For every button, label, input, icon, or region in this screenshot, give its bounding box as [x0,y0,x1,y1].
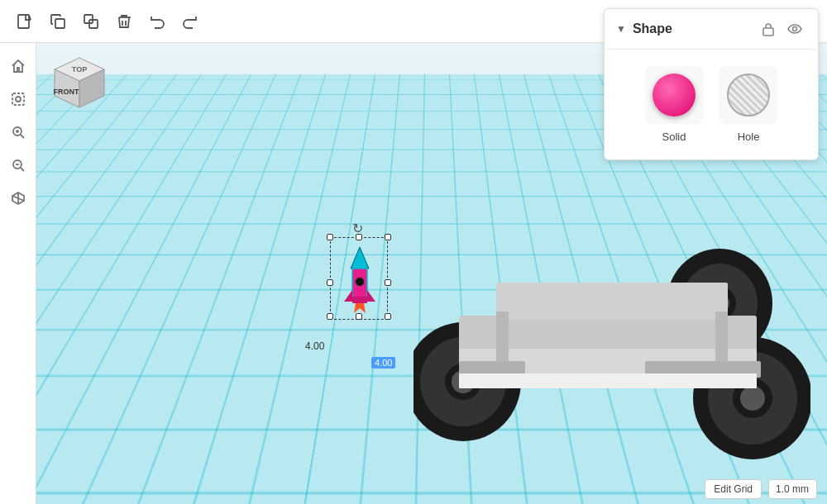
copy-button[interactable] [43,7,73,36]
panel-eye-button[interactable] [783,17,806,40]
svg-point-25 [16,97,21,102]
svg-rect-56 [496,283,728,320]
svg-point-68 [793,27,797,31]
new-button[interactable] [10,7,40,36]
svg-rect-67 [763,28,773,36]
handle-ml[interactable] [327,279,333,286]
3d-view-button[interactable] [5,185,31,212]
svg-rect-57 [496,311,509,361]
undo-button[interactable] [142,7,172,36]
svg-rect-4 [89,20,98,28]
dimension-label-bottom: 4.00 [371,357,395,368]
hole-icon-container [719,66,777,124]
svg-rect-3 [84,15,93,23]
panel-lock-button[interactable] [757,17,780,40]
svg-marker-60 [351,247,369,269]
handle-tr[interactable] [385,234,391,240]
svg-rect-2 [55,19,65,28]
solid-option[interactable]: Solid [645,66,703,143]
bottom-bar: Edit Grid 0.1 mm 0.5 mm 1.0 mm 2.0 mm 5.… [695,474,827,504]
snap-grid-select[interactable]: 0.1 mm 0.5 mm 1.0 mm 2.0 mm 5.0 mm [768,479,817,499]
handle-br[interactable] [385,313,391,320]
handle-tl[interactable] [327,234,333,240]
handle-bl[interactable] [327,313,333,320]
view-cube[interactable]: TOP FRONT [45,51,119,126]
svg-line-32 [21,168,24,171]
hole-circle [727,74,770,116]
shape-panel-header: ▼ Shape [605,9,818,50]
zoom-in-button[interactable] [5,119,31,145]
rocket-object[interactable]: ↻ [342,245,442,394]
svg-marker-63 [344,290,352,302]
shape-panel: ▼ Shape Solid Hole [604,8,819,160]
panel-title: Shape [633,21,753,36]
car-assembly [414,150,810,464]
svg-text:TOP: TOP [72,65,87,74]
handle-mr[interactable] [385,279,391,286]
toolbar-left-group [10,7,205,36]
hole-label: Hole [738,131,760,143]
svg-rect-0 [18,15,29,28]
delete-button[interactable] [109,7,139,36]
solid-icon-container [645,66,703,124]
left-sidebar [0,43,36,504]
home-button[interactable] [5,53,31,79]
edit-grid-button[interactable]: Edit Grid [705,479,762,499]
hole-option[interactable]: Hole [719,66,777,143]
shape-panel-body: Solid Hole [605,50,818,159]
redo-button[interactable] [175,7,205,36]
rotation-handle[interactable]: ↻ [352,221,363,236]
panel-chevron[interactable]: ▼ [616,23,626,35]
solid-circle [653,74,696,116]
svg-text:FRONT: FRONT [54,88,79,96]
handle-bc[interactable] [356,313,362,320]
svg-rect-59 [459,373,757,388]
svg-point-47 [740,386,765,411]
dimension-label-left: 4.00 [305,340,324,352]
svg-rect-65 [352,297,367,303]
svg-rect-24 [12,93,24,105]
duplicate-button[interactable] [76,7,106,36]
svg-point-66 [356,278,364,286]
svg-marker-64 [367,290,375,302]
svg-rect-58 [715,311,728,361]
svg-line-29 [21,135,24,138]
solid-label: Solid [662,131,686,143]
zoom-out-button[interactable] [5,152,31,178]
fit-button[interactable] [5,86,31,112]
